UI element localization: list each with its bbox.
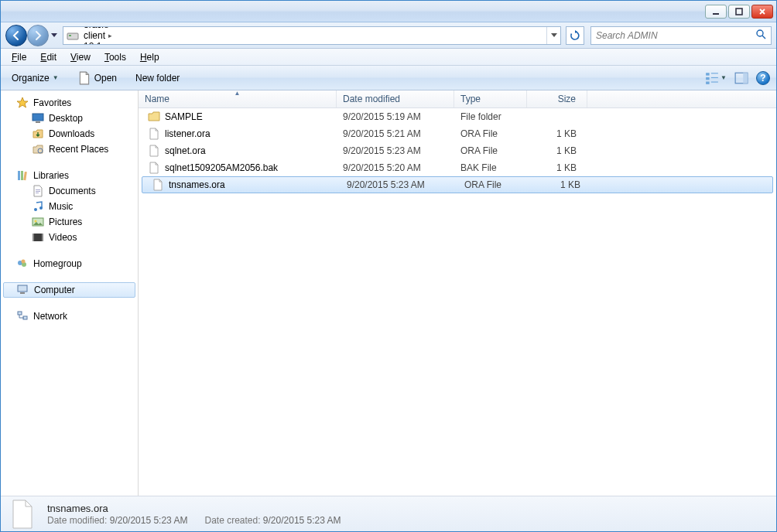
menu-edit[interactable]: Edit	[34, 50, 63, 64]
svg-rect-7	[706, 77, 710, 79]
view-icon	[705, 71, 719, 85]
file-icon	[148, 128, 160, 140]
document-icon	[32, 185, 44, 197]
column-size[interactable]: Size	[527, 90, 587, 107]
nav-downloads[interactable]: Downloads	[1, 126, 138, 142]
help-button[interactable]: ?	[756, 71, 770, 85]
back-button[interactable]	[5, 25, 27, 46]
body: Favorites Desktop Downloads Recent Place…	[1, 90, 776, 496]
downloads-icon	[32, 128, 44, 140]
table-row[interactable]: sqlnet.ora 9/20/2015 5:23 AM ORA File 1 …	[139, 142, 776, 159]
navigation-row: Computer▸Local Disk (C:)▸oracle▸client▸1…	[1, 22, 776, 49]
maximize-button[interactable]	[728, 5, 750, 19]
chevron-right-icon: ▸	[112, 26, 116, 29]
svg-rect-34	[18, 312, 22, 315]
menu-view[interactable]: View	[64, 50, 97, 64]
forward-button[interactable]	[27, 25, 49, 46]
svg-rect-19	[36, 189, 40, 190]
search-icon	[755, 29, 766, 42]
drive-icon	[67, 29, 79, 42]
breadcrumb-segment[interactable]: client▸	[80, 30, 155, 41]
details-thumbnail	[7, 499, 38, 530]
titlebar	[1, 1, 776, 22]
svg-point-23	[39, 206, 43, 210]
svg-rect-27	[33, 234, 34, 241]
minimize-button[interactable]	[705, 5, 727, 19]
menu-help[interactable]: Help	[134, 50, 166, 64]
svg-rect-16	[18, 171, 20, 180]
chevron-right-icon: ▸	[104, 43, 108, 45]
chevron-down-icon: ▼	[721, 74, 727, 81]
homegroup-icon	[16, 257, 29, 270]
new-folder-button[interactable]: New folder	[131, 70, 184, 86]
address-bar[interactable]: Computer▸Local Disk (C:)▸oracle▸client▸1…	[63, 26, 561, 45]
details-pane: tnsnames.ora Date modified: 9/20/2015 5:…	[1, 496, 776, 531]
folder-icon	[148, 111, 160, 123]
svg-rect-5	[706, 73, 710, 75]
nav-videos[interactable]: Videos	[1, 230, 138, 245]
column-headers: Name ▲ Date modified Type Size	[139, 90, 776, 108]
table-row[interactable]: listener.ora 9/20/2015 5:21 AM ORA File …	[139, 125, 776, 142]
menu-bar: File Edit View Tools Help	[1, 49, 776, 66]
computer-icon	[17, 284, 29, 296]
menu-tools[interactable]: Tools	[98, 50, 132, 64]
svg-point-22	[34, 208, 37, 211]
file-icon	[152, 179, 164, 191]
details-title: tnsnames.ora	[47, 503, 341, 514]
svg-rect-26	[33, 234, 43, 241]
command-bar: Organize ▼ Open New folder ▼	[1, 66, 776, 90]
svg-point-4	[757, 30, 763, 36]
recent-icon	[32, 143, 44, 155]
file-icon	[77, 71, 91, 85]
table-row[interactable]: sqlnet1509205AM2056.bak 9/20/2015 5:20 A…	[139, 159, 776, 176]
nav-homegroup[interactable]: Homegroup	[1, 256, 138, 271]
svg-point-31	[22, 260, 26, 264]
sort-asc-icon: ▲	[234, 90, 241, 97]
view-options-button[interactable]: ▼	[705, 71, 727, 85]
column-type[interactable]: Type	[454, 90, 527, 107]
svg-rect-8	[711, 77, 718, 77]
nav-history-dropdown[interactable]	[49, 25, 60, 46]
refresh-button[interactable]	[566, 26, 584, 45]
breadcrumb-segment[interactable]: 12.1▸	[80, 41, 155, 45]
navigation-pane[interactable]: Favorites Desktop Downloads Recent Place…	[1, 90, 139, 496]
search-placeholder: Search ADMIN	[596, 30, 658, 41]
column-date[interactable]: Date modified	[337, 90, 454, 107]
menu-file[interactable]: File	[5, 50, 33, 64]
svg-rect-18	[23, 172, 27, 180]
address-dropdown[interactable]	[546, 27, 560, 44]
preview-pane-button[interactable]	[734, 71, 748, 85]
nav-computer[interactable]: Computer	[3, 282, 135, 298]
file-rows[interactable]: SAMPLE 9/20/2015 5:19 AM File folder lis…	[139, 108, 776, 496]
search-input[interactable]: Search ADMIN	[590, 26, 772, 45]
open-button[interactable]: Open	[73, 69, 122, 87]
explorer-window: Computer▸Local Disk (C:)▸oracle▸client▸1…	[0, 0, 777, 532]
svg-rect-10	[711, 81, 718, 82]
svg-rect-28	[42, 234, 43, 241]
chevron-right-icon: ▸	[108, 32, 112, 39]
column-name[interactable]: Name ▲	[139, 90, 337, 107]
nav-desktop[interactable]: Desktop	[1, 111, 138, 126]
nav-libraries[interactable]: Libraries	[1, 168, 138, 183]
nav-buttons	[5, 25, 60, 46]
table-row[interactable]: SAMPLE 9/20/2015 5:19 AM File folder	[139, 108, 776, 125]
nav-favorites[interactable]: Favorites	[1, 95, 138, 111]
nav-network[interactable]: Network	[1, 309, 138, 324]
chevron-down-icon: ▼	[53, 74, 59, 81]
svg-rect-21	[36, 193, 39, 193]
file-icon	[148, 162, 160, 174]
svg-rect-12	[743, 73, 748, 84]
star-icon	[16, 97, 29, 109]
svg-rect-6	[711, 73, 718, 73]
nav-documents[interactable]: Documents	[1, 183, 138, 199]
svg-rect-9	[706, 81, 710, 84]
close-button[interactable]	[751, 5, 773, 19]
nav-pictures[interactable]: Pictures	[1, 214, 138, 230]
table-row[interactable]: tnsnames.ora 9/20/2015 5:23 AM ORA File …	[142, 176, 773, 193]
svg-point-25	[35, 220, 37, 223]
svg-rect-13	[33, 114, 43, 121]
music-icon	[32, 200, 44, 213]
nav-recent-places[interactable]: Recent Places	[1, 142, 138, 157]
nav-music[interactable]: Music	[1, 199, 138, 214]
organize-button[interactable]: Organize ▼	[7, 70, 63, 86]
